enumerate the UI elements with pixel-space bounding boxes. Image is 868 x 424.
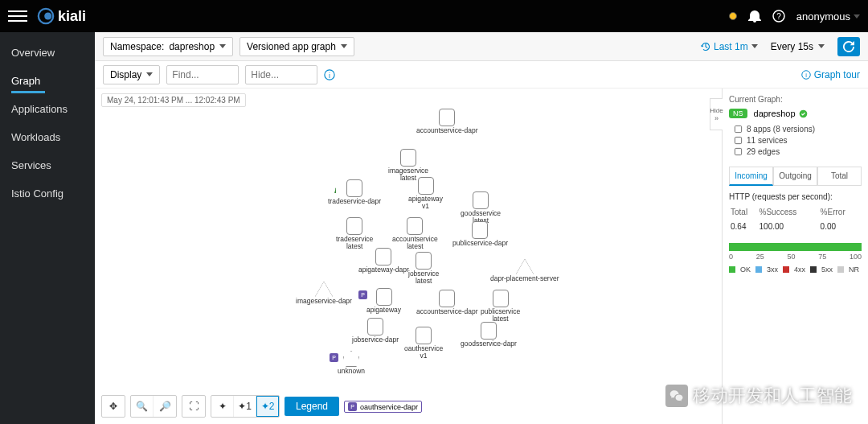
- node-label: tradeservice-dapr: [328, 198, 381, 205]
- fit-button[interactable]: ⛶: [182, 396, 205, 417]
- hide-panel-tab[interactable]: Hide »: [710, 98, 723, 130]
- sidebar-item-applications[interactable]: Applications: [0, 95, 95, 123]
- service-icon: [439, 109, 455, 126]
- traffic-tabs: IncomingOutgoingTotal: [729, 167, 862, 186]
- zoom-in-button[interactable]: 🔍: [131, 396, 154, 417]
- graph-node-publicservice-dapr[interactable]: publicservice-dapr: [452, 221, 508, 247]
- graph-node-apigateway-v1[interactable]: apigatewayv1: [408, 177, 443, 211]
- service-icon: [376, 288, 392, 306]
- graph-node-goodsservice-latest[interactable]: goodsservicelatest: [461, 191, 501, 225]
- hide-panel-label: Hide: [710, 107, 723, 114]
- namespace-selector[interactable]: Namespace: dapreshop: [103, 37, 233, 56]
- service-icon: [416, 252, 432, 270]
- graph-canvas[interactable]: May 24, 12:01:43 PM ... 12:02:43 PM ✥ 🔍 …: [95, 89, 722, 424]
- legend-button[interactable]: Legend: [285, 397, 339, 416]
- service-icon: [416, 327, 432, 344]
- node-label: imageservice-dapr: [296, 298, 352, 305]
- service-icon: [367, 318, 383, 335]
- graph-node-accountservice-dapr[interactable]: accountservice-dapr: [416, 109, 478, 134]
- graph-node-accountservice-dapr2[interactable]: accountservice-dapr: [416, 290, 478, 315]
- drag-button[interactable]: ✥: [102, 396, 125, 417]
- passthrough-badge-icon: P: [330, 353, 338, 362]
- tab-total[interactable]: Total: [817, 167, 862, 185]
- node-label: oauthservicev1: [404, 345, 443, 360]
- graph-node-tradeservice-latest[interactable]: tradeservicelatest: [336, 217, 373, 251]
- graph-node-jobservice-dapr[interactable]: jobservice-dapr: [352, 318, 399, 344]
- graph-type-selector[interactable]: Versioned app graph: [240, 37, 354, 56]
- graph-node-dapr-placement[interactable]: dapr-placement-server: [490, 259, 559, 282]
- refresh-button[interactable]: [837, 37, 860, 56]
- graph-node-apigateway-dapr[interactable]: apigateway-dapr: [358, 248, 409, 274]
- http-title: HTTP (requests per second):: [729, 192, 862, 201]
- menu-toggle[interactable]: [8, 6, 27, 26]
- sidebar-item-istio-config[interactable]: Istio Config: [0, 179, 95, 208]
- graph-wrap: May 24, 12:01:43 PM ... 12:02:43 PM ✥ 🔍 …: [95, 89, 868, 424]
- svg-text:i: i: [805, 72, 807, 79]
- layout-default-button[interactable]: ✦: [211, 396, 234, 417]
- namespace-row[interactable]: NS dapreshop: [729, 109, 862, 118]
- graph-type-value: Versioned app graph: [247, 41, 336, 52]
- refresh-interval-selector[interactable]: Every 15s: [764, 37, 831, 56]
- sidebar-item-graph[interactable]: Graph: [0, 67, 95, 95]
- help-icon[interactable]: ?: [772, 10, 785, 23]
- stat-apps: 8 apps (8 versions): [734, 125, 862, 134]
- svg-text:?: ?: [776, 12, 781, 21]
- info-icon[interactable]: i: [324, 69, 335, 80]
- service-icon: [481, 322, 497, 340]
- node-label: accountservice-dapr: [416, 127, 478, 134]
- graph-node-imageservice-dapr[interactable]: imageservice-dapr: [296, 282, 352, 305]
- graph-node-goodsservice-dapr[interactable]: goodsservice-dapr: [461, 322, 517, 348]
- node-label: jobservice-dapr: [352, 336, 399, 344]
- chevron-down-icon: [146, 72, 153, 76]
- service-icon: [375, 248, 391, 266]
- brand-text: kiali: [58, 8, 86, 25]
- graph-node-oauthservice-v1[interactable]: oauthservicev1: [404, 327, 443, 360]
- status-indicator[interactable]: [729, 12, 737, 20]
- floating-node[interactable]: P oauthservice-dapr: [344, 401, 422, 413]
- main-content: Namespace: dapreshop Versioned app graph…: [95, 32, 868, 424]
- display-selector[interactable]: Display: [103, 65, 160, 84]
- history-icon: [701, 42, 710, 51]
- sidebar-item-overview[interactable]: Overview: [0, 39, 95, 67]
- graph-node-apigateway[interactable]: Papigateway: [366, 288, 401, 314]
- node-label: unknown: [338, 368, 365, 375]
- floating-node-label: oauthservice-dapr: [360, 403, 418, 411]
- service-icon: [407, 217, 423, 235]
- bell-icon[interactable]: [748, 10, 761, 23]
- chevron-down-icon: [219, 44, 226, 48]
- workload-icon: [315, 282, 333, 297]
- graph-node-unknown[interactable]: Punknown: [338, 351, 365, 375]
- namespace-badge: NS: [729, 109, 747, 118]
- service-icon: [473, 191, 489, 209]
- layout-1-button[interactable]: ✦1: [234, 396, 256, 417]
- legend-3xx-swatch: [755, 266, 762, 273]
- panel-title: Current Graph:: [729, 95, 862, 104]
- user-dropdown[interactable]: anonymous: [796, 10, 860, 23]
- check-icon: [799, 109, 808, 118]
- graph-node-tradeservice-dapr[interactable]: tradeservice-dapr: [328, 179, 381, 205]
- sidebar-item-services[interactable]: Services: [0, 151, 95, 179]
- find-input[interactable]: [166, 65, 239, 84]
- graph-node-accountservice-latest[interactable]: accountservicelatest: [392, 217, 438, 251]
- tab-incoming[interactable]: Incoming: [729, 167, 773, 186]
- node-label: publicservicelatest: [481, 308, 520, 323]
- graph-node-jobservice-latest[interactable]: jobservicelatest: [408, 252, 439, 286]
- node-label: accountservice-dapr: [416, 308, 478, 315]
- time-range-selector[interactable]: Last 1m: [701, 41, 758, 52]
- workload-icon: [516, 259, 534, 274]
- chevron-down-icon: [854, 14, 860, 19]
- namespace-name: dapreshop: [754, 109, 796, 118]
- stat-edges: 29 edges: [734, 147, 862, 156]
- hide-input[interactable]: [245, 65, 317, 84]
- zoom-out-button[interactable]: 🔎: [154, 396, 176, 417]
- graph-node-publicservice-latest[interactable]: publicservicelatest: [481, 290, 520, 323]
- layout-2-button[interactable]: ✦2: [256, 396, 279, 417]
- brand-logo[interactable]: kiali: [37, 7, 86, 25]
- passthrough-badge-icon: P: [358, 290, 367, 299]
- node-label: apigateway: [366, 307, 401, 314]
- svg-text:i: i: [329, 71, 330, 79]
- sidebar-item-workloads[interactable]: Workloads: [0, 123, 95, 151]
- graph-tour-link[interactable]: i Graph tour: [801, 69, 860, 80]
- tab-outgoing[interactable]: Outgoing: [773, 167, 817, 185]
- passthrough-badge-icon: P: [348, 402, 357, 411]
